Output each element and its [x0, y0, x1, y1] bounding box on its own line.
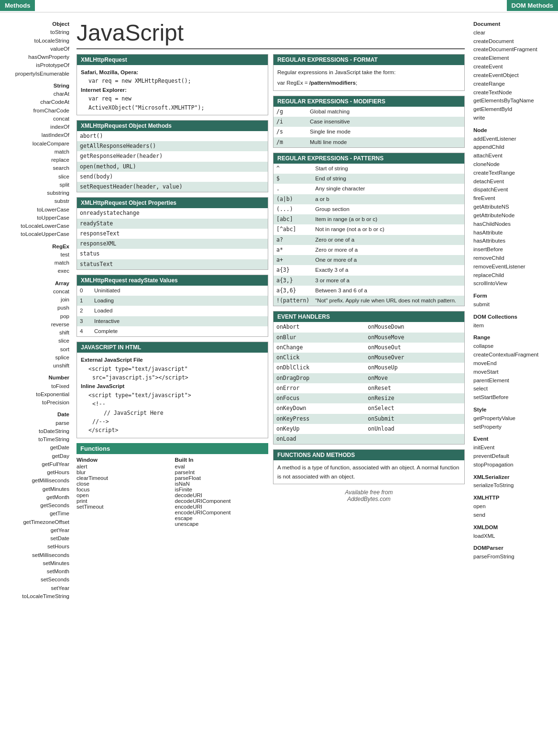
center-right-col: REGULAR EXPRESSIONS - FORMAT Regular exp…: [273, 54, 465, 527]
fn-unescape: unescape: [175, 521, 269, 527]
regex-pat-aq-desc: Zero or one of a: [312, 235, 464, 245]
functions-section: Functions Window alert blur clearTimeout…: [77, 443, 268, 527]
fn-blur: blur: [77, 469, 170, 475]
string-match: match: [2, 148, 69, 156]
form-section-title: Form: [473, 292, 556, 300]
regex-pat-astar: a*: [274, 245, 312, 255]
event-onload: onLoad: [274, 434, 365, 444]
event-row-11: onLoad: [274, 434, 464, 444]
date-setminutes: setMinutes: [2, 559, 69, 567]
string-localecompare: localeCompare: [2, 140, 69, 148]
document-section-title: Document: [473, 20, 556, 29]
date-getmilliseconds: getMilliseconds: [2, 477, 69, 485]
state-row-2: 2Loaded: [77, 306, 268, 316]
state-2-label: Loaded: [91, 306, 268, 316]
event-row-0: onAbortonMouseDown: [274, 322, 464, 332]
safari-label: Safari, Mozilla, Opera:: [81, 69, 138, 75]
method-getallresponseheaders: getAllResponseHeaders(): [77, 141, 268, 151]
method-row-0: abort(): [77, 131, 268, 141]
event-row-9: onKeyPressonSubmit: [274, 414, 464, 424]
date-getmonth: getMonth: [2, 493, 69, 501]
regex-pat-row-7: a?Zero or one of a: [274, 235, 464, 245]
node-detachevent: detachEvent: [473, 178, 556, 186]
regex-modifiers-table: /gGlobal matching /iCase insensitive /sS…: [274, 107, 464, 147]
readystate-header: XMLHttpRequest readyState Values: [77, 275, 268, 286]
date-setdate: setDate: [2, 534, 69, 543]
xmlhttp-section-title: XMLHTTP: [473, 494, 556, 502]
node-replacechild: replaceChild: [473, 271, 556, 280]
event-handlers-table: onAbortonMouseDown onBluronMouseMove onC…: [274, 322, 464, 444]
event-row-1: onBluronMouseMove: [274, 333, 464, 343]
prop-status: status: [77, 249, 268, 259]
style-getpropertyvalue: getPropertyValue: [473, 414, 556, 423]
date-section-title: Date: [2, 411, 69, 419]
node-section-title: Node: [473, 126, 556, 135]
event-handlers-header: EVENT HANDLERS: [274, 311, 464, 322]
state-4-val: 4: [77, 326, 91, 336]
doc-createdocument: createDocument: [473, 37, 556, 46]
event-onkeypress: onKeyPress: [274, 414, 365, 424]
builtin-functions-col: Built In eval parseInt parseFloat isNaN …: [175, 457, 269, 527]
date-gethours: getHours: [2, 468, 69, 477]
regex-pat-row-5: [abc]Item in range (a or b or c): [274, 214, 464, 224]
regex-pat-a36: a{3,6}: [274, 286, 312, 296]
page-title: JavaScript: [77, 20, 465, 49]
xmlhttprequest-properties-header: XMLHttpRequest Object Properties: [77, 198, 268, 208]
prop-row-0: onreadystatechange: [77, 208, 268, 218]
regex-mod-g: /g: [274, 107, 307, 117]
regex-pat-group: (...): [274, 204, 312, 214]
date-setmonth: setMonth: [2, 567, 69, 576]
event-ondblclick: onDblClick: [274, 363, 365, 373]
date-getminutes: getMinutes: [2, 485, 69, 493]
node-removechild: removeChild: [473, 254, 556, 263]
doc-createrange: createRange: [473, 80, 556, 89]
fn-encodeuri: encodeURI: [175, 504, 269, 510]
prop-row-2: responseText: [77, 229, 268, 239]
date-getyear: getYear: [2, 526, 69, 534]
doc-createelement: createElement: [473, 54, 556, 63]
fn-settimeout: setTimeout: [77, 504, 170, 510]
regex-pat-not-desc: "Not" prefix. Apply rule when URL does n…: [312, 296, 464, 306]
prop-row-3: responseXML: [77, 239, 268, 249]
fn-decodeuri: decodeURI: [175, 492, 269, 498]
regex-pat-row-4: (...)Group section: [274, 204, 464, 214]
regex-format-code: var RegEx = /pattern/modifiers;: [277, 78, 460, 87]
node-clonenode: cloneNode: [473, 160, 556, 169]
string-tolocalelowercase: toLocaleLowerCase: [2, 222, 69, 230]
fn-print: print: [77, 498, 170, 504]
regex-mod-row-2: /sSingle line mode: [274, 127, 464, 137]
domcol-item: item: [473, 322, 556, 330]
event-row-8: onKeyDownonSelect: [274, 403, 464, 413]
date-totimestring: toTimeString: [2, 435, 69, 444]
inline-js-line4: //-->: [92, 417, 264, 426]
string-section-title: String: [2, 82, 69, 90]
regex-pat-astar-desc: Zero or more of a: [312, 245, 464, 255]
regex-pat-dollar-desc: End of string: [312, 174, 464, 184]
object-section-title: Object: [2, 20, 69, 28]
regex-pat-notabc-desc: Not in range (not a or b or c): [312, 224, 464, 234]
fn-eval: eval: [175, 464, 269, 469]
event-onreset: onReset: [365, 383, 464, 393]
regex-pat-a3: a{3}: [274, 265, 312, 275]
properties-table: onreadystatechange readyState responseTe…: [77, 208, 268, 269]
prop-onreadystatechange: onreadystatechange: [77, 208, 268, 218]
node-fireevent: fireEvent: [473, 194, 556, 203]
regex-pat-a3c-desc: 3 or more of a: [312, 276, 464, 286]
string-slice: slice: [2, 173, 69, 181]
regex-pat-row-12: a{3,6}Between 3 and 6 of a: [274, 286, 464, 296]
fn-parseint: parseInt: [175, 469, 269, 475]
node-getattributenode: getAttributeNode: [473, 211, 556, 220]
regex-mod-m-desc: Multi line mode: [307, 137, 464, 147]
functions-and-methods-box: FUNCTIONS AND METHODS A method is a type…: [273, 449, 465, 484]
method-row-1: getAllResponseHeaders(): [77, 141, 268, 151]
method-getresponseheader: getResponseHeader(header): [77, 151, 268, 161]
regex-pat-row-0: ^Start of string: [274, 164, 464, 174]
regex-patterns-table: ^Start of string $End of string .Any sin…: [274, 164, 464, 306]
right-sidebar: Document clear createDocument createDocu…: [470, 12, 558, 604]
inline-js-line5: </script>: [88, 426, 264, 434]
regex-pat-dot: .: [274, 184, 312, 194]
domparser-section-title: DOMParser: [473, 544, 556, 553]
string-charcodeat: charCodeAt: [2, 98, 69, 106]
event-row-10: onKeyUponUnload: [274, 424, 464, 434]
array-sort: sort: [2, 345, 69, 354]
